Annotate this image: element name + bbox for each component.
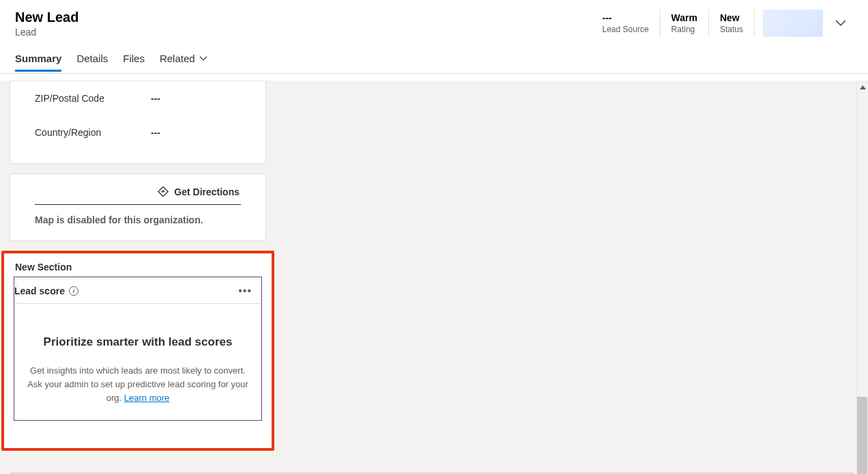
header-stat-label: Rating: [671, 25, 697, 34]
scroll-thumb[interactable]: [857, 397, 867, 474]
tab-related[interactable]: Related: [160, 46, 207, 71]
field-zip[interactable]: ZIP/Postal Code ---: [35, 81, 241, 115]
tab-details[interactable]: Details: [76, 46, 108, 71]
chevron-down-icon: [835, 20, 846, 27]
field-value: ---: [151, 93, 160, 104]
header-stat-value: ---: [603, 12, 649, 23]
scroll-up-button[interactable]: [857, 81, 869, 93]
record-title: New Lead: [15, 10, 78, 25]
tab-summary[interactable]: Summary: [15, 46, 61, 71]
header-stat-rating[interactable]: Warm Rating: [661, 10, 709, 37]
lead-score-description: Get insights into which leads are most l…: [27, 364, 249, 405]
lead-score-header: Lead score i •••: [14, 277, 261, 303]
field-value: ---: [151, 127, 160, 138]
header-right: --- Lead Source Warm Rating New Status: [592, 10, 853, 37]
section-title: New Section: [15, 262, 262, 273]
field-label: ZIP/Postal Code: [35, 93, 151, 104]
header-stat-label: Status: [720, 25, 743, 34]
header-stat-label: Lead Source: [603, 25, 649, 34]
record-entity-label: Lead: [15, 27, 78, 38]
get-directions-label: Get Directions: [174, 186, 240, 197]
left-column: ZIP/Postal Code --- Country/Region --- G…: [10, 81, 266, 451]
tab-files[interactable]: Files: [123, 46, 145, 71]
directions-icon: [158, 186, 169, 197]
lead-score-title-text: Lead score: [14, 285, 65, 296]
chevron-down-icon: [199, 56, 207, 61]
header-stat-value: Warm: [671, 12, 697, 23]
address-card: ZIP/Postal Code --- Country/Region ---: [10, 81, 266, 164]
highlighted-section: New Section Lead score i ••• Prioritize …: [1, 251, 274, 451]
header-stat-lead-source[interactable]: --- Lead Source: [592, 10, 661, 37]
lead-score-title: Lead score i: [14, 285, 78, 296]
triangle-up-icon: [860, 85, 866, 89]
learn-more-link[interactable]: Learn more: [124, 393, 169, 403]
header-stat-status[interactable]: New Status: [709, 10, 755, 37]
info-icon[interactable]: i: [69, 286, 78, 296]
record-header: New Lead Lead --- Lead Source Warm Ratin…: [0, 0, 868, 44]
vertical-scrollbar[interactable]: [856, 81, 868, 472]
lead-score-body: Prioritize smarter with lead scores Get …: [14, 304, 261, 420]
header-left: New Lead Lead: [15, 10, 78, 38]
field-country[interactable]: Country/Region ---: [35, 115, 241, 150]
svg-rect-0: [158, 187, 168, 197]
expand-header-button[interactable]: [833, 15, 849, 31]
get-directions-button[interactable]: Get Directions: [35, 186, 241, 205]
lead-score-card: Lead score i ••• Prioritize smarter with…: [14, 277, 262, 421]
form-tabs: Summary Details Files Related: [0, 44, 868, 74]
form-content: ZIP/Postal Code --- Country/Region --- G…: [0, 81, 868, 474]
lead-score-headline: Prioritize smarter with lead scores: [27, 335, 249, 349]
tab-related-label: Related: [160, 53, 195, 64]
map-disabled-message: Map is disabled for this organization.: [35, 214, 255, 225]
stage-indicator[interactable]: [763, 10, 823, 37]
field-label: Country/Region: [35, 127, 151, 138]
map-card: Get Directions Map is disabled for this …: [10, 173, 266, 241]
header-stat-value: New: [720, 12, 743, 23]
more-options-button[interactable]: •••: [238, 285, 253, 296]
